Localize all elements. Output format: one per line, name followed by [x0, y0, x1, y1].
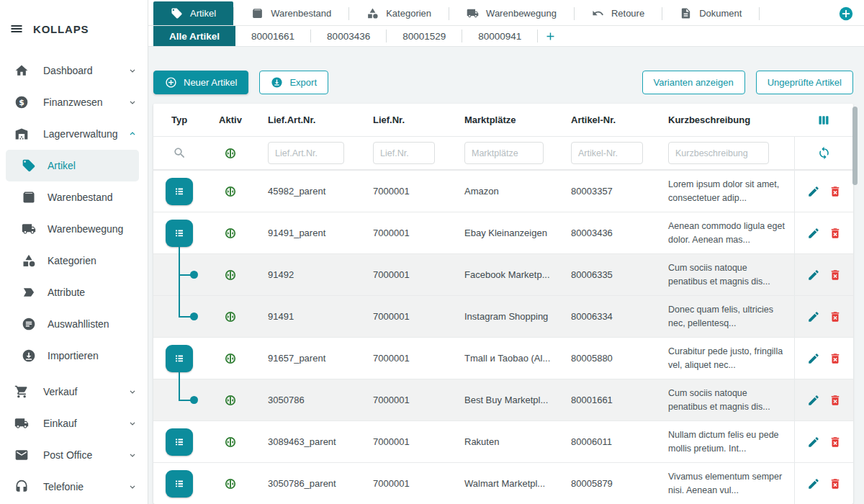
lief-nr-filter-input[interactable] [373, 142, 435, 164]
article-type-button[interactable] [166, 220, 193, 247]
actions-cell [794, 338, 853, 379]
tag-icon [22, 158, 36, 173]
sidebar-item-kategorien[interactable]: Kategorien [0, 245, 148, 276]
edit-button[interactable] [807, 436, 820, 449]
refresh-filters-button[interactable] [817, 146, 831, 160]
chevron-down-icon [127, 418, 138, 428]
article-tab-label: 80003436 [327, 31, 370, 42]
article-tab-label: 80001529 [402, 31, 446, 42]
aktiv-cell [205, 353, 256, 364]
column-settings-button[interactable] [816, 113, 831, 127]
article-tab-80001529[interactable]: 80001529 [387, 26, 462, 46]
delete-button[interactable] [829, 477, 842, 490]
sidebar-item-post-office[interactable]: Post Office [0, 439, 148, 471]
article-tab-80003436[interactable]: 80003436 [311, 26, 386, 46]
edit-button[interactable] [807, 185, 820, 198]
unchecked-articles-button[interactable]: Ungeprüfte Artikel [756, 71, 853, 94]
sidebar-item-einkauf[interactable]: Einkauf [0, 408, 148, 439]
kurzbeschreibung-filter-input[interactable] [668, 142, 769, 164]
add-module-tab-button[interactable] [838, 6, 854, 22]
aktiv-cell [205, 395, 256, 406]
label-icon [22, 285, 36, 300]
sidebar-item-attribute[interactable]: Attribute [0, 276, 148, 308]
sidebar-item-dashboard[interactable]: Dashboard [0, 55, 148, 86]
menu-icon[interactable] [9, 22, 24, 36]
header-aktiv: Aktiv [205, 114, 256, 125]
sidebar-item-label: Finanzwesen [43, 96, 127, 108]
article-tab-80001661[interactable]: 80001661 [235, 26, 310, 46]
sidebar-nav-bottom: VerkaufEinkaufPost OfficeTelefonie [0, 376, 148, 503]
sidebar-item-auswahllisten[interactable]: Auswahllisten [0, 308, 148, 340]
article-type-button[interactable] [166, 345, 193, 372]
marktplatz-cell: Amazon [454, 186, 560, 197]
export-button[interactable]: Export [259, 71, 328, 94]
tab-retoure[interactable]: Retoure [575, 1, 662, 25]
edit-button[interactable] [807, 352, 820, 365]
chevron-down-icon [127, 66, 138, 76]
tab-label: Artikel [190, 8, 216, 19]
sidebar-item-warenbestand[interactable]: Warenbestand [0, 181, 148, 213]
article-tab-alle-artikel[interactable]: Alle Artikel [153, 26, 235, 46]
delete-button[interactable] [829, 394, 842, 407]
sidebar-item-artikel[interactable]: Artikel [6, 150, 139, 181]
table-body: 45982_parent7000001Amazon80003357Lorem i… [153, 170, 853, 504]
tab-artikel[interactable]: Artikel [153, 1, 233, 25]
delete-button[interactable] [829, 227, 842, 240]
tab-kategorien[interactable]: Kategorien [349, 1, 449, 25]
delete-button[interactable] [829, 310, 842, 323]
lief-nr-cell: 7000001 [360, 228, 454, 238]
header-kurzbeschreibung: Kurzbeschreibung [657, 114, 794, 125]
artikel-nr-filter-input[interactable] [571, 142, 643, 164]
show-variants-button[interactable]: Varianten anzeigen [642, 71, 745, 94]
edit-button[interactable] [807, 227, 820, 240]
add-article-tab-button[interactable] [538, 26, 562, 46]
article-tab-label: 80001661 [251, 31, 294, 42]
kurzbeschreibung-cell: Vivamus elementum semper nisi. Aenean vu… [657, 470, 794, 496]
delete-button[interactable] [829, 269, 842, 282]
marktplaetze-filter-input[interactable] [464, 142, 544, 164]
article-type-button[interactable] [166, 470, 193, 498]
typ-cell [153, 379, 205, 420]
active-status-icon [225, 478, 236, 490]
edit-button[interactable] [807, 269, 820, 282]
delete-button[interactable] [829, 185, 842, 198]
edit-button[interactable] [807, 310, 820, 323]
active-filter-icon[interactable] [225, 148, 236, 159]
delete-button[interactable] [829, 436, 842, 449]
kurzbeschreibung-text: Curabitur pede justo, fringilla vel, ali… [668, 345, 794, 371]
tab-warenbewegung[interactable]: Warenbewegung [449, 1, 574, 25]
lief-art-nr-cell: 91491_parent [256, 228, 360, 238]
sidebar-item-finanzwesen[interactable]: $Finanzwesen [0, 86, 148, 118]
scrollbar-thumb[interactable] [852, 107, 858, 185]
sidebar-item-warenbewegung[interactable]: Warenbewegung [0, 213, 148, 245]
actions-cell [794, 212, 853, 253]
delete-button[interactable] [829, 352, 842, 365]
article-type-button[interactable] [166, 428, 193, 456]
edit-button[interactable] [807, 477, 820, 490]
typ-cell [153, 171, 205, 212]
active-status-icon [225, 436, 236, 448]
toolbar: Neuer Artikel Export Varianten anzeigen … [153, 71, 853, 94]
sidebar-item-label: Importieren [48, 350, 138, 361]
truck-icon [467, 7, 479, 19]
new-article-button[interactable]: Neuer Artikel [153, 71, 248, 94]
delete-trash-icon [829, 477, 842, 490]
article-tab-80000941[interactable]: 80000941 [462, 26, 537, 46]
sidebar-item-verkauf[interactable]: Verkauf [0, 376, 148, 408]
tree-connector [179, 379, 180, 400]
sidebar-item-lagerverwaltung[interactable]: Lagerverwaltung [0, 118, 148, 150]
sidebar-item-telefonie[interactable]: Telefonie [0, 471, 148, 503]
tab-dokument[interactable]: Dokument [662, 1, 759, 25]
tab-warenbestand[interactable]: Warenbestand [234, 1, 348, 25]
edit-button[interactable] [807, 394, 820, 407]
actions-cell [794, 171, 853, 212]
sidebar-item-label: Auswahllisten [48, 318, 138, 330]
active-status-icon [225, 395, 236, 406]
article-type-button[interactable] [166, 178, 193, 205]
marktplatz-cell: Tmall и Taobao (Al... [454, 353, 560, 364]
kurzbeschreibung-cell: Cum sociis natoque penatibus et magnis d… [657, 261, 794, 287]
sidebar-item-importieren[interactable]: Importieren [0, 340, 148, 372]
kurzbeschreibung-text: Aenean commodo ligula eget dolor. Aenean… [668, 220, 794, 246]
artikel-nr-cell: 80006334 [560, 311, 657, 322]
lief-art-nr-filter-input[interactable] [268, 142, 344, 164]
